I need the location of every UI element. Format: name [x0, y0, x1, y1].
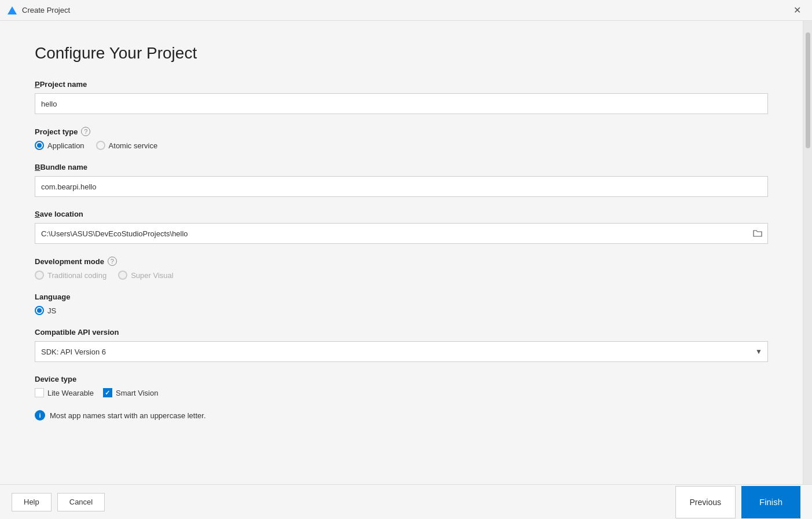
radio-application-indicator: [35, 141, 44, 150]
project-name-input[interactable]: [35, 93, 768, 114]
radio-traditional-coding: Traditional coding: [35, 271, 106, 280]
radio-js-indicator: [35, 306, 44, 315]
development-mode-help-icon[interactable]: ?: [108, 257, 117, 266]
info-message: i Most app names start with an uppercase…: [35, 410, 768, 421]
radio-atomic-service[interactable]: Atomic service: [96, 141, 158, 150]
radio-js[interactable]: JS: [35, 306, 56, 315]
close-button[interactable]: ✕: [789, 2, 805, 19]
language-radio-group: JS: [35, 306, 768, 315]
previous-button[interactable]: Previous: [675, 486, 736, 518]
help-button[interactable]: Help: [12, 493, 52, 511]
api-version-select-wrapper: SDK: API Version 6 SDK: API Version 5 SD…: [35, 341, 768, 362]
device-type-group: Device type Lite Wearable Smart Vision: [35, 375, 768, 397]
radio-traditional-label: Traditional coding: [47, 271, 106, 280]
footer-right: Previous Finish: [675, 486, 800, 518]
project-type-label: Project type ?: [35, 127, 768, 136]
main-content: Configure Your Project PProject name Pro…: [0, 21, 812, 484]
title-bar: Create Project ✕: [0, 0, 812, 21]
radio-js-label: JS: [47, 306, 56, 315]
create-project-window: Create Project ✕ Configure Your Project …: [0, 0, 812, 519]
footer-left: Help Cancel: [12, 493, 105, 511]
checkbox-lite-wearable-label: Lite Wearable: [47, 389, 94, 397]
footer: Help Cancel Previous Finish: [0, 484, 812, 519]
save-location-label: Save location: [35, 210, 768, 218]
browse-folder-button[interactable]: [747, 223, 768, 244]
development-mode-label: Development mode ?: [35, 257, 768, 266]
compatible-api-version-label: Compatible API version: [35, 328, 768, 337]
save-location-input[interactable]: [35, 223, 768, 244]
api-version-select[interactable]: SDK: API Version 6 SDK: API Version 5 SD…: [35, 341, 768, 362]
language-group: Language JS: [35, 293, 768, 315]
scrollbar[interactable]: [803, 21, 812, 484]
save-location-group: Save location: [35, 210, 768, 244]
info-text: Most app names start with an uppercase l…: [50, 411, 206, 420]
window-title: Create Project: [22, 6, 789, 14]
finish-button[interactable]: Finish: [741, 486, 800, 518]
radio-super-visual-indicator: [118, 271, 127, 280]
radio-super-visual: Super Visual: [118, 271, 173, 280]
folder-icon: [753, 229, 762, 237]
compatible-api-version-group: Compatible API version SDK: API Version …: [35, 328, 768, 362]
development-mode-group: Development mode ? Traditional coding Su…: [35, 257, 768, 280]
device-type-label: Device type: [35, 375, 768, 383]
language-label: Language: [35, 293, 768, 301]
bundle-name-group: BBundle name: [35, 163, 768, 197]
radio-atomic-service-indicator: [96, 141, 105, 150]
checkbox-lite-wearable[interactable]: Lite Wearable: [35, 388, 94, 397]
save-location-input-wrapper: [35, 223, 768, 244]
project-type-group: Project type ? Application Atomic servic…: [35, 127, 768, 150]
info-icon: i: [35, 410, 45, 421]
project-name-group: PProject name: [35, 80, 768, 114]
radio-atomic-service-label: Atomic service: [109, 141, 158, 150]
device-type-checkbox-group: Lite Wearable Smart Vision: [35, 388, 768, 397]
svg-marker-0: [8, 6, 17, 14]
cancel-button[interactable]: Cancel: [57, 493, 105, 511]
radio-application-label: Application: [47, 141, 84, 150]
page-title: Configure Your Project: [35, 44, 768, 63]
scrollbar-thumb[interactable]: [806, 32, 810, 148]
project-type-radio-group: Application Atomic service: [35, 141, 768, 150]
radio-application[interactable]: Application: [35, 141, 84, 150]
development-mode-radio-group: Traditional coding Super Visual: [35, 271, 768, 280]
radio-traditional-indicator: [35, 271, 44, 280]
app-logo-icon: [7, 5, 17, 16]
project-name-label: PProject name: [35, 80, 768, 89]
bundle-name-input[interactable]: [35, 176, 768, 197]
checkbox-smart-vision-box: [103, 388, 112, 397]
form-area: Configure Your Project PProject name Pro…: [0, 21, 803, 484]
bundle-name-label: BBundle name: [35, 163, 768, 171]
radio-super-visual-label: Super Visual: [131, 271, 173, 280]
checkbox-smart-vision-label: Smart Vision: [116, 389, 158, 397]
checkbox-lite-wearable-box: [35, 388, 44, 397]
project-type-help-icon[interactable]: ?: [81, 127, 90, 136]
checkbox-smart-vision[interactable]: Smart Vision: [103, 388, 158, 397]
